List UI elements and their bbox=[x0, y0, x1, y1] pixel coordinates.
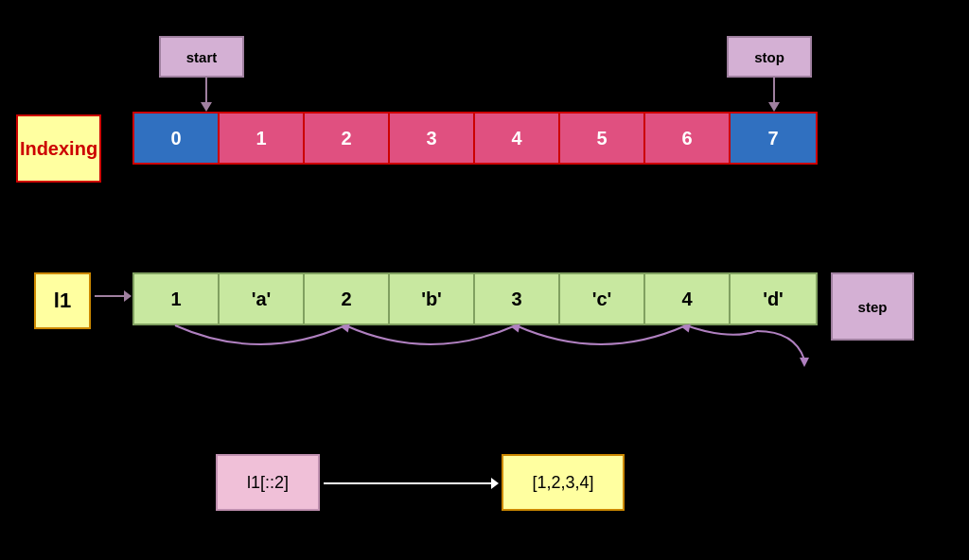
step-text: step bbox=[858, 299, 888, 315]
top-array: 0 1 2 3 4 5 6 7 bbox=[132, 112, 818, 165]
start-label: start bbox=[186, 49, 218, 65]
middle-cell-0: 1 bbox=[134, 274, 220, 324]
middle-cell-7: 'd' bbox=[731, 274, 816, 324]
slice-label: l1[::2] bbox=[247, 473, 289, 493]
array-cell-1: 1 bbox=[220, 114, 305, 163]
middle-cell-4: 3 bbox=[475, 274, 560, 324]
svg-marker-7 bbox=[800, 358, 809, 367]
slice-box: l1[::2] bbox=[216, 454, 320, 511]
array-cell-3: 3 bbox=[390, 114, 475, 163]
middle-cell-5: 'c' bbox=[560, 274, 645, 324]
middle-array: 1 'a' 2 'b' 3 'c' 4 'd' bbox=[132, 272, 818, 325]
l1-label: l1 bbox=[34, 272, 91, 329]
array-cell-2: 2 bbox=[305, 114, 390, 163]
stop-box: stop bbox=[727, 36, 812, 78]
array-cell-0: 0 bbox=[134, 114, 220, 163]
middle-cell-3: 'b' bbox=[390, 274, 475, 324]
array-cell-7: 7 bbox=[731, 114, 816, 163]
l1-text: l1 bbox=[54, 289, 71, 313]
array-cell-4: 4 bbox=[475, 114, 560, 163]
result-label: [1,2,3,4] bbox=[532, 473, 593, 493]
l1-arrow bbox=[95, 295, 131, 297]
step-connect-arrow bbox=[757, 322, 842, 378]
svg-marker-1 bbox=[201, 102, 212, 112]
indexing-label: Indexing bbox=[16, 114, 101, 183]
array-cell-5: 5 bbox=[560, 114, 645, 163]
stop-arrow bbox=[765, 78, 784, 114]
indexing-text: Indexing bbox=[20, 138, 97, 160]
stop-label: stop bbox=[754, 49, 784, 65]
step-box: step bbox=[831, 272, 914, 341]
diagram-container: start stop Indexing 0 1 2 3 4 5 6 7 l1 1… bbox=[0, 0, 969, 560]
middle-cell-1: 'a' bbox=[220, 274, 305, 324]
bracket-arcs bbox=[132, 322, 814, 367]
start-arrow bbox=[197, 78, 216, 114]
slice-result-arrow bbox=[324, 482, 498, 484]
middle-cell-6: 4 bbox=[645, 274, 731, 324]
middle-cell-2: 2 bbox=[305, 274, 390, 324]
start-box: start bbox=[159, 36, 244, 78]
result-box: [1,2,3,4] bbox=[502, 454, 625, 511]
svg-marker-3 bbox=[768, 102, 780, 112]
array-cell-6: 6 bbox=[645, 114, 731, 163]
